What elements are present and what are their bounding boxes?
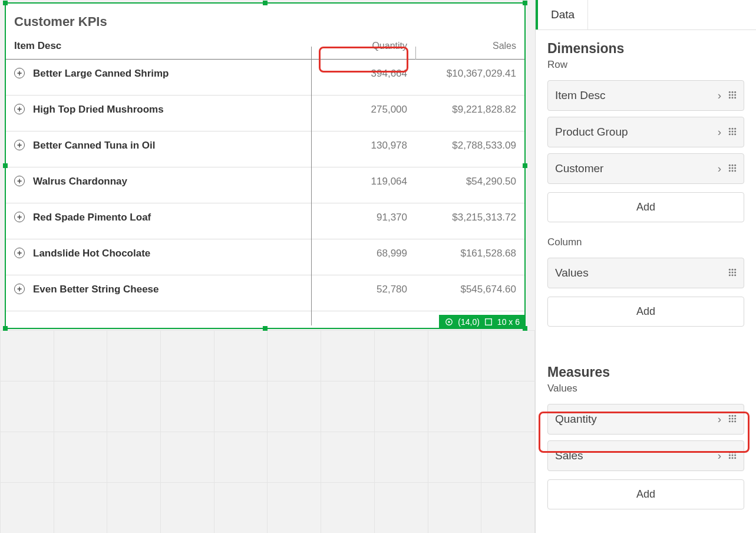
resize-handle[interactable]	[3, 163, 8, 168]
chevron-right-icon[interactable]: ›	[718, 126, 721, 139]
svg-point-10	[731, 97, 733, 98]
field-pill[interactable]: Item Desc›	[547, 80, 744, 111]
column-header-sales[interactable]: Sales	[415, 34, 524, 60]
expand-icon[interactable]: +	[14, 284, 25, 294]
svg-point-25	[731, 167, 733, 169]
svg-point-20	[734, 133, 736, 135]
svg-point-16	[731, 130, 733, 132]
size-icon	[484, 318, 493, 326]
drag-grip-icon[interactable]	[728, 91, 737, 99]
svg-point-40	[731, 415, 733, 417]
drag-grip-icon[interactable]	[728, 414, 737, 423]
drag-grip-icon[interactable]	[728, 268, 737, 277]
expand-icon[interactable]: +	[14, 68, 25, 78]
svg-point-39	[729, 415, 731, 417]
svg-point-22	[731, 164, 733, 166]
field-pill[interactable]: Values	[547, 258, 744, 288]
column-divider	[415, 47, 416, 60]
field-pill-label: Product Group	[555, 126, 718, 139]
chevron-right-icon[interactable]: ›	[718, 89, 721, 102]
svg-point-14	[734, 128, 736, 130]
resize-handle[interactable]	[263, 1, 268, 5]
svg-point-29	[734, 170, 736, 172]
svg-point-12	[729, 128, 731, 130]
item-desc-cell: Even Better String Cheese	[33, 284, 159, 295]
svg-point-26	[734, 167, 736, 169]
expand-icon[interactable]: +	[14, 140, 25, 150]
svg-point-15	[729, 130, 731, 132]
table-row[interactable]: +High Top Dried Mushrooms275,000$9,221,8…	[6, 96, 524, 131]
svg-point-27	[729, 170, 731, 172]
target-icon	[445, 318, 453, 326]
sales-cell: $161,528.68	[415, 239, 524, 275]
svg-point-55	[731, 457, 733, 459]
properties-panel: Data Dimensions Row Item Desc›Product Gr…	[535, 0, 756, 533]
resize-handle[interactable]	[523, 163, 527, 168]
svg-point-38	[734, 274, 736, 276]
table-row[interactable]: +Landslide Hot Chocolate68,999$161,528.6…	[6, 239, 524, 275]
svg-point-42	[729, 417, 731, 419]
svg-point-34	[731, 271, 733, 273]
sales-cell: $545,674.60	[415, 275, 524, 311]
field-pill[interactable]: Sales›	[547, 440, 744, 471]
resize-handle[interactable]	[523, 1, 527, 5]
svg-point-13	[731, 128, 733, 130]
item-desc-cell: Walrus Chardonnay	[33, 176, 127, 187]
expand-icon[interactable]: +	[14, 248, 25, 258]
expand-icon[interactable]: +	[14, 212, 25, 222]
quantity-cell: 91,370	[312, 203, 415, 239]
field-pill[interactable]: Customer›	[547, 153, 744, 184]
field-pill[interactable]: Quantity›	[547, 404, 744, 435]
expand-icon[interactable]: +	[14, 176, 25, 186]
add-column-dimension-button[interactable]: Add	[547, 297, 744, 327]
svg-point-9	[729, 97, 731, 98]
sales-cell: $10,367,029.41	[415, 60, 524, 96]
svg-point-1	[448, 321, 451, 323]
chevron-right-icon[interactable]: ›	[718, 413, 721, 426]
pivot-object-selected[interactable]: Customer KPIs Item Desc Quantity Sales +…	[5, 2, 526, 329]
table-row[interactable]: +Red Spade Pimento Loaf91,370$3,215,313.…	[6, 203, 524, 239]
table-row[interactable]: +Even Better String Cheese52,780$545,674…	[6, 275, 524, 311]
table-row[interactable]: +Better Large Canned Shrimp394,664$10,36…	[6, 60, 524, 96]
tab-data[interactable]: Data	[536, 0, 588, 29]
sales-cell: $2,788,533.09	[415, 131, 524, 167]
table-row[interactable]: +Walrus Chardonnay119,064$54,290.50	[6, 167, 524, 203]
drag-grip-icon[interactable]	[728, 164, 737, 172]
svg-point-47	[734, 420, 736, 422]
item-desc-cell: Red Spade Pimento Loaf	[33, 212, 151, 223]
sales-cell: $54,290.50	[415, 167, 524, 203]
field-pill[interactable]: Product Group›	[547, 117, 744, 147]
quantity-cell: 275,000	[312, 96, 415, 131]
expand-icon[interactable]: +	[14, 104, 25, 114]
svg-point-43	[731, 417, 733, 419]
resize-handle[interactable]	[263, 326, 268, 331]
svg-point-36	[729, 274, 731, 276]
column-header-item-desc[interactable]: Item Desc	[6, 34, 312, 60]
pivot-table[interactable]: Item Desc Quantity Sales +Better Large C…	[6, 34, 524, 311]
svg-point-3	[729, 91, 731, 93]
drag-grip-icon[interactable]	[728, 127, 737, 136]
item-desc-cell: High Top Dried Mushrooms	[33, 104, 164, 115]
resize-handle[interactable]	[3, 1, 8, 5]
svg-point-23	[734, 164, 736, 166]
chevron-right-icon[interactable]: ›	[718, 449, 721, 462]
field-pill-label: Item Desc	[555, 89, 718, 102]
sheet-canvas[interactable]: Customer KPIs Item Desc Quantity Sales +…	[0, 0, 535, 533]
quantity-cell: 130,978	[312, 131, 415, 167]
column-header-quantity[interactable]: Quantity	[312, 34, 415, 60]
table-row[interactable]: +Better Canned Tuna in Oil130,978$2,788,…	[6, 131, 524, 167]
add-row-dimension-button[interactable]: Add	[547, 192, 744, 222]
chevron-right-icon[interactable]: ›	[718, 162, 721, 175]
resize-handle[interactable]	[523, 326, 527, 331]
svg-point-5	[734, 91, 736, 93]
resize-handle[interactable]	[3, 326, 8, 331]
drag-grip-icon[interactable]	[728, 451, 737, 459]
svg-point-31	[731, 269, 733, 271]
column-divider	[311, 47, 312, 325]
svg-point-8	[734, 94, 736, 96]
add-measure-button[interactable]: Add	[547, 479, 744, 509]
svg-point-50	[734, 452, 736, 453]
item-desc-cell: Better Large Canned Shrimp	[33, 68, 169, 79]
svg-point-44	[734, 417, 736, 419]
svg-point-54	[729, 457, 731, 459]
